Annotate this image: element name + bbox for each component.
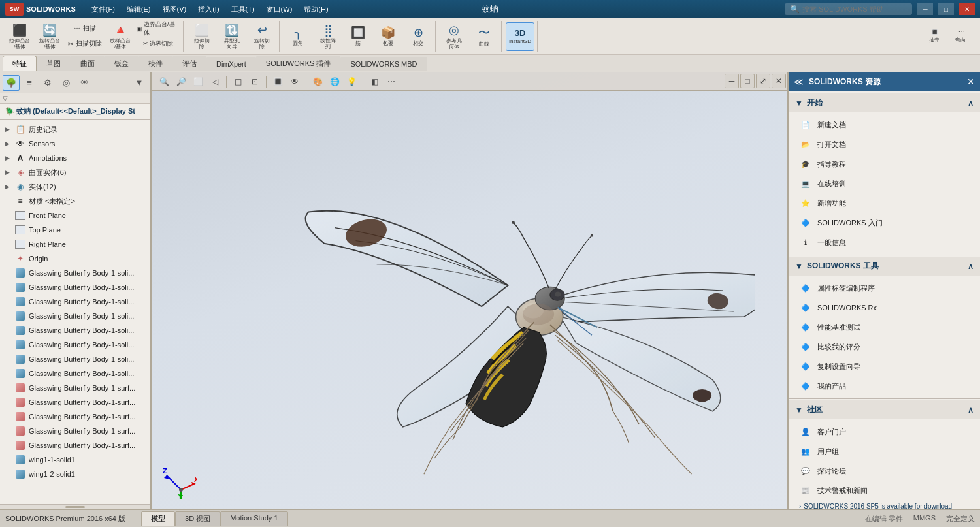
rp-my-products[interactable]: 🔷 我的产品: [789, 376, 980, 396]
sweep-button[interactable]: 〰 扫描: [65, 22, 105, 36]
list-item[interactable]: Glasswing Butterfly Body-1-surf...: [0, 424, 150, 438]
search-input[interactable]: [802, 5, 907, 13]
loft-button[interactable]: 🔺 放样凸台/基体: [106, 22, 135, 51]
tree-item-solid-bodies[interactable]: ▶ ◉ 实体(12): [0, 180, 150, 194]
tree-item-history[interactable]: ▶ 📋 历史记录: [0, 122, 150, 136]
list-item[interactable]: Glasswing Butterfly Body-1-surf...: [0, 381, 150, 395]
tab-dimxpert[interactable]: DimXpert: [206, 57, 256, 71]
rp-news-item[interactable]: SOLIDWORKS 2016 SP5 is available for dow…: [789, 500, 980, 509]
assembly-root[interactable]: 🪲 蚊蚋 (Default<<Default>_Display St: [0, 104, 150, 120]
realview-button[interactable]: 💡: [344, 74, 359, 89]
panel-close-button[interactable]: ✕: [967, 76, 975, 87]
zoom-window-button[interactable]: ⬜: [191, 74, 205, 89]
draft-button[interactable]: 📦 包覆: [374, 22, 402, 51]
zoom-to-fit-button[interactable]: 🔍: [157, 74, 171, 89]
tab-evaluate[interactable]: 评估: [172, 56, 206, 71]
tab-sw-mbd[interactable]: SOLIDWORKS MBD: [340, 57, 427, 71]
scene-button[interactable]: 🌐: [327, 74, 342, 89]
tree-item-wing1[interactable]: wing1-1-solid1: [0, 453, 150, 467]
vp-restore-button[interactable]: □: [740, 74, 755, 88]
list-item[interactable]: Glasswing Butterfly Body-1-soli...: [0, 280, 150, 295]
section-community-header[interactable]: ▼ 社区 ∧: [789, 400, 980, 419]
view-orientations-button[interactable]: ⊡: [248, 74, 262, 89]
config-manager-tab[interactable]: ⚙: [39, 75, 56, 91]
rp-whats-new[interactable]: ⭐ 新增功能: [789, 193, 980, 213]
tree-item-annotations[interactable]: ▶ A Annotations: [0, 151, 150, 165]
tab-sw-plugins[interactable]: SOLIDWORKS 插件: [256, 56, 341, 71]
tree-item-wing2[interactable]: wing1-2-solid1: [0, 467, 150, 481]
property-manager-tab[interactable]: ≡: [21, 75, 38, 91]
section-sw-tools-header[interactable]: ▼ SOLIDWORKS 工具 ∧: [789, 257, 980, 276]
revolve-cut-button[interactable]: 🔃 异型孔向导: [218, 22, 246, 51]
rp-compare-score[interactable]: 🔷 比较我的评分: [789, 337, 980, 357]
list-item[interactable]: Glasswing Butterfly Body-1-soli...: [0, 309, 150, 323]
tab-feature[interactable]: 特征: [3, 56, 37, 71]
rp-sw-intro[interactable]: 🔷 SOLIDWORKS 入门: [789, 213, 980, 232]
rp-online-training[interactable]: 💻 在线培训: [789, 174, 980, 193]
display-manager-tab[interactable]: 👁: [76, 75, 93, 91]
instant3d-button[interactable]: 3D Instant3D: [506, 22, 534, 51]
fillet-button[interactable]: ╮ 圆角: [284, 22, 312, 51]
curves-button[interactable]: 〜 曲线: [470, 22, 498, 51]
section-view-button[interactable]: ◧: [367, 74, 382, 89]
ref-geometry-button[interactable]: ◎ 参考几何体: [440, 22, 468, 51]
rp-open-document[interactable]: 📂 打开文档: [789, 135, 980, 154]
list-item[interactable]: Glasswing Butterfly Body-1-soli...: [0, 295, 150, 309]
menu-tools[interactable]: 工具(T): [226, 3, 260, 16]
extrude-cut-button[interactable]: ⬜ 拉伸切除: [188, 22, 216, 51]
menu-file[interactable]: 文件(F): [86, 3, 120, 16]
list-item[interactable]: Glasswing Butterfly Body-1-soli...: [0, 352, 150, 366]
linear-pattern-button[interactable]: ⣿ 线性阵列: [314, 22, 342, 51]
filter-button[interactable]: ▼: [131, 75, 148, 91]
tab-sheet-metal[interactable]: 钣金: [105, 56, 139, 71]
maximize-button[interactable]: □: [938, 3, 954, 15]
menu-edit[interactable]: 编辑(E): [122, 3, 156, 16]
revolve-boss-button[interactable]: 🔄 旋转凸台/基体: [35, 22, 64, 51]
tab-surface[interactable]: 曲面: [71, 56, 105, 71]
motion-study-tab[interactable]: Motion Study 1: [220, 511, 287, 526]
minimize-button[interactable]: ─: [917, 3, 933, 15]
tab-sketch[interactable]: 草图: [37, 56, 71, 71]
rp-tutorial[interactable]: 🎓 指导教程: [789, 154, 980, 174]
section-start-header[interactable]: ▼ 开始 ∧: [789, 93, 980, 112]
tree-item-top-plane[interactable]: Top Plane: [0, 223, 150, 237]
rp-tech-alerts[interactable]: 📰 技术警戒和新闻: [789, 481, 980, 500]
search-box[interactable]: 🔍: [785, 3, 912, 15]
tab-mold[interactable]: 模件: [139, 56, 172, 71]
list-item[interactable]: Glasswing Butterfly Body-1-soli...: [0, 323, 150, 338]
tree-item-sensors[interactable]: ▶ 👁 Sensors: [0, 136, 150, 151]
rp-perf-benchmark[interactable]: 🔷 性能基准测试: [789, 317, 980, 337]
menu-view[interactable]: 视图(V): [157, 3, 192, 16]
menu-help[interactable]: 帮助(H): [299, 3, 333, 16]
list-item[interactable]: Glasswing Butterfly Body-1-surf...: [0, 438, 150, 453]
vp-max-button[interactable]: ⤢: [756, 74, 770, 88]
boundary-cut-button[interactable]: ✂ 边界切除: [136, 37, 180, 51]
more-button[interactable]: ⋯: [384, 74, 399, 89]
rp-new-document[interactable]: 📄 新建文档: [789, 115, 980, 135]
3d-view-tab[interactable]: 3D 视图: [175, 511, 220, 526]
zoom-in-button[interactable]: 🔎: [174, 74, 188, 89]
rp-customer-portal[interactable]: 👤 客户门户: [789, 422, 980, 441]
prev-view-button[interactable]: ◁: [208, 74, 222, 89]
sweep-cut-button[interactable]: ✂ 扫描切除: [65, 37, 105, 51]
intersect-button[interactable]: ⊕ 相交: [404, 22, 433, 51]
rp-property-tab-builder[interactable]: 🔷 属性标签编制程序: [789, 278, 980, 298]
extrude-boss-button[interactable]: ⬛ 拉伸凸台/基体: [5, 22, 34, 51]
boundary-button[interactable]: ▣ 边界凸台/基体: [136, 22, 180, 36]
list-item[interactable]: Glasswing Butterfly Body-1-soli...: [0, 338, 150, 352]
standard-views-button[interactable]: ◫: [231, 74, 245, 89]
tree-item-surface-bodies[interactable]: ▶ ◈ 曲面实体(6): [0, 165, 150, 180]
tree-item-material[interactable]: ≡ 材质 <未指定>: [0, 194, 150, 208]
flex-button[interactable]: 〰 弯向: [949, 25, 972, 48]
rp-general-info[interactable]: ℹ 一般信息: [789, 232, 980, 252]
rp-sw-rx[interactable]: 🔷 SOLIDWORKS Rx: [789, 298, 980, 317]
close-button[interactable]: ✕: [959, 3, 975, 15]
menu-window[interactable]: 窗口(W): [261, 3, 298, 16]
list-item[interactable]: Glasswing Butterfly Body-1-surf...: [0, 395, 150, 409]
appearances-button[interactable]: 🎨: [310, 74, 325, 89]
vp-close-button[interactable]: ✕: [772, 74, 786, 88]
tree-item-origin[interactable]: ✦ Origin: [0, 251, 150, 266]
dim-xpert-manager-tab[interactable]: ◎: [57, 75, 74, 91]
hide-show-button[interactable]: 👁: [287, 74, 302, 89]
feature-tree-tab[interactable]: 🌳: [3, 75, 20, 91]
